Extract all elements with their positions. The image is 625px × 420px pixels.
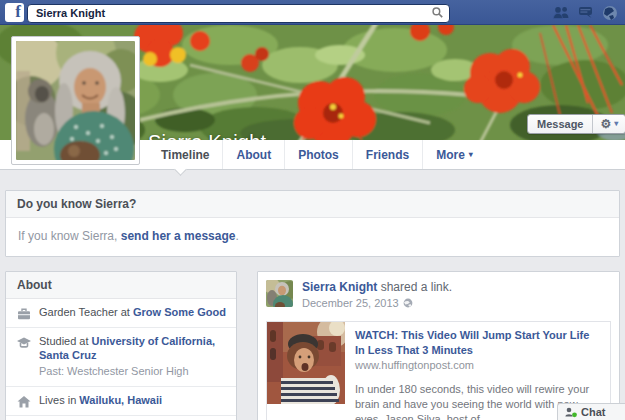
gear-icon: ⚙ xyxy=(600,118,611,130)
home-icon xyxy=(17,395,31,409)
facebook-logo[interactable]: f xyxy=(5,3,24,22)
profile-name: Sierra Knight xyxy=(148,131,266,140)
about-row-from: From Los Angeles, California xyxy=(6,415,236,420)
post-header: Sierra Knight shared a link. December 25… xyxy=(266,280,611,310)
post-author-link[interactable]: Sierra Knight xyxy=(302,280,377,294)
facebook-profile-page: f xyxy=(0,0,625,420)
briefcase-icon xyxy=(17,307,31,321)
about-header: About xyxy=(6,272,236,299)
about-row-lives: Lives in Wailuku, Hawaii xyxy=(6,386,236,415)
messages-icon[interactable] xyxy=(577,4,594,21)
settings-gear-button[interactable]: ⚙ ▾ xyxy=(592,115,625,133)
link-preview-title[interactable]: WATCH: This Video Will Jump Start Your L… xyxy=(355,328,600,358)
search-bar xyxy=(27,3,450,22)
link-preview-thumbnail[interactable] xyxy=(267,322,345,404)
top-navbar: f xyxy=(0,0,625,25)
send-message-link[interactable]: send her a message xyxy=(121,229,236,243)
timeline-post: Sierra Knight shared a link. December 25… xyxy=(257,271,620,420)
navbar-icons xyxy=(553,0,625,25)
tab-timeline[interactable]: Timeline xyxy=(148,140,222,169)
post-title-line: Sierra Knight shared a link. xyxy=(302,280,611,296)
profile-picture-image xyxy=(16,41,135,160)
search-input[interactable] xyxy=(27,4,450,23)
tab-friends[interactable]: Friends xyxy=(352,140,422,169)
thumbnail-image xyxy=(267,322,345,404)
privacy-globe-icon xyxy=(403,298,413,308)
graduation-cap-icon xyxy=(17,336,31,350)
about-row-work: Garden Teacher at Grow Some Good xyxy=(6,299,236,327)
facebook-logo-letter: f xyxy=(15,3,21,22)
tab-more[interactable]: More ▾ xyxy=(422,140,486,169)
do-you-know-body: If you know Sierra, send her a message. xyxy=(6,218,619,256)
chat-person-icon xyxy=(565,407,577,418)
avatar xyxy=(266,280,293,307)
notifications-globe-icon[interactable] xyxy=(601,4,618,21)
post-action: shared a link. xyxy=(377,280,452,294)
post-timestamp[interactable]: December 25, 2013 xyxy=(302,297,611,309)
about-row-education: Studied at University of California, San… xyxy=(6,327,236,386)
search-icon[interactable] xyxy=(432,7,443,18)
online-status-dot xyxy=(572,412,577,417)
post-author-avatar[interactable] xyxy=(266,280,293,307)
chat-label: Chat xyxy=(581,406,605,418)
chat-bar[interactable]: Chat xyxy=(557,403,625,420)
education-past: Past: Westchester Senior High xyxy=(39,365,226,379)
tab-photos[interactable]: Photos xyxy=(284,140,352,169)
message-button[interactable]: Message xyxy=(528,115,592,133)
chevron-down-icon: ▾ xyxy=(614,120,618,128)
cover-action-buttons: Message ⚙ ▾ xyxy=(527,114,625,134)
do-you-know-header: Do you know Sierra? xyxy=(6,191,619,218)
link-preview-url: www.huffingtonpost.com xyxy=(355,359,600,371)
friend-requests-icon[interactable] xyxy=(553,4,570,21)
current-city-link[interactable]: Wailuku, Hawaii xyxy=(79,394,162,406)
chevron-down-icon: ▾ xyxy=(469,150,473,159)
about-box: About Garden Teacher at Grow Some Good S… xyxy=(5,271,237,420)
workplace-link[interactable]: Grow Some Good xyxy=(133,306,226,318)
tab-about[interactable]: About xyxy=(222,140,284,169)
profile-picture[interactable] xyxy=(11,36,140,165)
do-you-know-box: Do you know Sierra? If you know Sierra, … xyxy=(5,190,620,257)
